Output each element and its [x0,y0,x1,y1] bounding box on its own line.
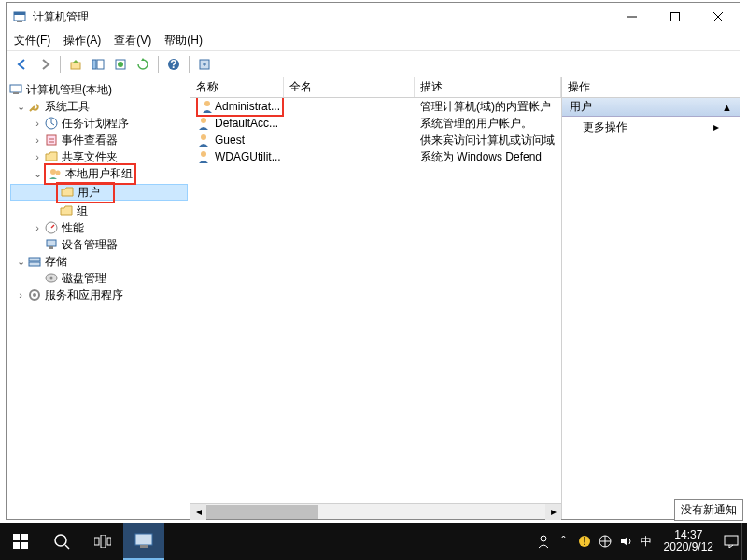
tree-performance[interactable]: › 性能 [8,219,188,236]
up-button[interactable] [65,54,86,75]
taskbar-app-compmgmt[interactable] [123,523,164,560]
chevron-right-icon: ▸ [713,120,719,133]
scroll-right-icon[interactable]: ▸ [545,504,561,520]
maximize-button[interactable] [654,3,697,31]
tree-disk-management[interactable]: 磁盘管理 [8,270,188,287]
menu-help[interactable]: 帮助(H) [164,33,203,49]
app-icon [12,9,27,24]
actions-header: 操作 [562,77,740,98]
storage-icon [27,254,42,269]
list-row[interactable]: Administrat... 管理计算机(域)的内置帐户 [190,98,561,115]
back-button[interactable] [12,54,33,75]
svg-rect-22 [47,240,56,246]
actions-more[interactable]: 更多操作 ▸ [562,117,740,137]
actions-section[interactable]: 用户 ▲ [562,98,740,117]
svg-point-45 [541,536,546,541]
svg-text:!: ! [583,535,585,548]
svg-point-20 [56,171,61,175]
svg-rect-25 [29,262,40,266]
expand-icon[interactable]: › [31,134,44,146]
svg-rect-35 [21,534,28,540]
svg-rect-34 [13,534,20,540]
tree-groups[interactable]: 组 [8,203,188,219]
tree-task-scheduler[interactable]: › 任务计划程序 [8,115,188,132]
refresh-button[interactable] [133,54,153,75]
svg-rect-36 [13,542,20,549]
search-button[interactable] [41,523,82,560]
tree-device-manager[interactable]: 设备管理器 [8,236,188,253]
list-header: 名称 全名 描述 [190,77,561,98]
tree-users[interactable]: 用户 [10,184,188,201]
svg-rect-2 [17,21,22,22]
collapse-icon[interactable]: ▲ [722,102,732,113]
help-button[interactable]: ? [163,54,184,75]
titlebar[interactable]: 计算机管理 [7,3,740,31]
expand-icon[interactable]: › [31,222,44,233]
task-view-button[interactable] [82,523,123,560]
app-window: 计算机管理 文件(F) 操作(A) 查看(V) 帮助(H) ? 计算机管理(本地… [6,2,740,520]
start-button[interactable] [0,523,41,560]
tree-system-tools[interactable]: ⌄ 系统工具 [8,98,188,115]
list-row[interactable]: Guest 供来宾访问计算机或访问域 [190,132,561,148]
menu-file[interactable]: 文件(F) [14,33,50,49]
tree-pane[interactable]: 计算机管理(本地) ⌄ 系统工具 › 任务计划程序 › 事件查看器 › 共享文件… [7,77,190,519]
list-row[interactable]: DefaultAcc... 系统管理的用户帐户。 [190,115,561,132]
col-name[interactable]: 名称 [190,77,284,97]
scroll-left-icon[interactable]: ◂ [190,504,206,520]
properties-button[interactable] [194,54,215,75]
collapse-icon[interactable]: ⌄ [31,168,44,180]
svg-rect-4 [671,13,680,21]
device-icon [44,237,59,252]
network-icon[interactable] [595,523,615,560]
list-row[interactable]: WDAGUtilit... 系统为 Windows Defend [190,148,561,165]
actions-pane: 操作 用户 ▲ 更多操作 ▸ [562,77,740,519]
col-fullname[interactable]: 全名 [284,77,415,97]
folder-icon [60,185,75,200]
svg-rect-41 [101,535,106,548]
tree-event-viewer[interactable]: › 事件查看器 [8,132,188,148]
tree-services-apps[interactable]: › 服务和应用程序 [8,287,188,303]
people-icon[interactable] [533,523,554,560]
tree-storage[interactable]: ⌄ 存储 [8,253,188,270]
list-body[interactable]: Administrat... 管理计算机(域)的内置帐户 DefaultAcc.… [190,98,561,503]
show-desktop-button[interactable] [741,523,747,560]
menu-view[interactable]: 查看(V) [114,33,151,49]
col-description[interactable]: 描述 [415,77,561,97]
tray-overflow-icon[interactable]: ˆ [554,523,574,560]
security-icon[interactable]: ! [574,523,595,560]
forward-button[interactable] [35,54,55,75]
horizontal-scrollbar[interactable]: ◂ ▸ [190,503,561,519]
svg-point-38 [55,535,66,546]
users-icon [48,166,63,181]
show-hide-tree-button[interactable] [88,54,108,75]
user-icon [200,99,215,114]
minimize-button[interactable] [611,3,654,31]
svg-rect-40 [94,538,99,545]
user-icon [196,116,211,131]
svg-rect-15 [10,85,21,92]
expand-icon[interactable]: › [31,118,44,129]
close-button[interactable] [697,3,740,31]
expand-icon[interactable]: › [14,289,27,301]
action-center-icon[interactable] [721,523,741,560]
system-tray: ˆ ! 中 14:37 2020/9/12 [533,523,747,560]
list-pane: 名称 全名 描述 Administrat... 管理计算机(域)的内置帐户 [190,77,562,519]
tree-root[interactable]: 计算机管理(本地) [8,81,188,98]
folder-icon [59,203,74,218]
volume-icon[interactable] [615,523,636,560]
tree-local-users-groups[interactable]: ⌄ 本地用户和组 [8,165,188,182]
user-icon [196,149,211,164]
expand-icon[interactable]: › [31,151,44,162]
body: 计算机管理(本地) ⌄ 系统工具 › 任务计划程序 › 事件查看器 › 共享文件… [7,77,740,519]
export-button[interactable] [110,54,131,75]
collapse-icon[interactable]: ⌄ [14,256,27,268]
clock[interactable]: 14:37 2020/9/12 [656,529,721,553]
svg-rect-8 [92,60,96,69]
svg-point-32 [201,134,206,140]
taskbar[interactable]: ˆ ! 中 14:37 2020/9/12 [0,523,747,560]
scroll-thumb[interactable] [206,505,318,519]
menu-action[interactable]: 操作(A) [63,33,101,49]
ime-indicator[interactable]: 中 [636,523,656,560]
svg-point-33 [201,151,206,157]
collapse-icon[interactable]: ⌄ [14,101,27,113]
